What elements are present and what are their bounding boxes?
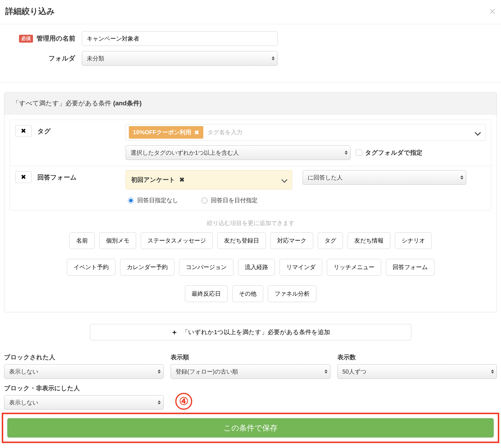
filter-item-pill[interactable]: 友だち情報 bbox=[348, 232, 390, 249]
cond-label-tag: タグ bbox=[37, 125, 51, 136]
tag-placeholder: タグ名を入力 bbox=[207, 128, 242, 136]
tag-mode-value: 選択したタグのいずれか1つ以上を含む人 bbox=[131, 149, 239, 157]
tag-folder-checkbox[interactable]: タグフォルダで指定 bbox=[356, 149, 422, 157]
folder-select[interactable]: 未分類 bbox=[82, 51, 278, 66]
close-icon: ✖ bbox=[21, 173, 26, 181]
close-icon[interactable]: × bbox=[489, 6, 496, 17]
radio-no-date[interactable]: 回答日指定なし bbox=[128, 196, 178, 204]
filter-item-pill[interactable]: コンバージョン bbox=[179, 259, 233, 276]
checkbox-icon bbox=[356, 149, 362, 156]
filter-item-pill[interactable]: ステータスメッセージ bbox=[141, 232, 213, 249]
tag-folder-label: タグフォルダで指定 bbox=[365, 149, 422, 157]
filter-item-pill[interactable]: タグ bbox=[318, 232, 343, 249]
filter-item-pill[interactable]: ファネル分析 bbox=[268, 285, 316, 302]
survey-name: 初回アンケート bbox=[131, 176, 175, 184]
filter-item-pill[interactable]: リマインダ bbox=[280, 259, 322, 276]
and-condition-card: 「すべて満たす」必要がある条件 (and条件) ✖ タグ 10%OFFクーポン利… bbox=[4, 92, 497, 312]
radio-input[interactable] bbox=[128, 198, 134, 203]
tag-input-bar[interactable]: 10%OFFクーポン利用 ✖ タグ名を入力 bbox=[126, 124, 486, 141]
and-card-header: 「すべて満たす」必要がある条件 (and条件) bbox=[4, 93, 497, 114]
filter-item-pill[interactable]: シナリオ bbox=[395, 232, 432, 249]
sort-select[interactable]: 登録(フォロー)の古い順 bbox=[171, 364, 330, 379]
cond-label-form: 回答フォーム bbox=[37, 171, 77, 182]
plus-icon: ＋ bbox=[171, 327, 178, 337]
filter-item-pill[interactable]: 名前 bbox=[70, 232, 95, 249]
blocked-select[interactable]: 表示しない bbox=[4, 364, 164, 379]
save-button[interactable]: この条件で保存 bbox=[7, 418, 494, 437]
filter-item-pill[interactable]: 最終反応日 bbox=[185, 285, 228, 302]
tag-chip-label: 10%OFFクーポン利用 bbox=[133, 128, 191, 136]
radio-input[interactable] bbox=[202, 198, 207, 203]
survey-select[interactable]: 初回アンケート ✖ bbox=[126, 170, 292, 189]
hidden-select[interactable]: 表示しない bbox=[4, 395, 164, 410]
radio-label-b: 回答日を日付指定 bbox=[211, 196, 258, 204]
filter-item-pill[interactable]: 流入経路 bbox=[238, 259, 275, 276]
tag-mode-select[interactable]: 選択したタグのいずれか1つ以上を含む人 bbox=[126, 145, 351, 160]
count-value: 50人ずつ bbox=[342, 368, 366, 376]
hidden-label: ブロック・非表示にした人 bbox=[4, 384, 164, 392]
remove-tag-icon[interactable]: ✖ bbox=[194, 129, 199, 136]
more-hint: 絞り込む項目を更に追加できます bbox=[4, 216, 497, 232]
count-select[interactable]: 50人ずつ bbox=[337, 364, 497, 379]
chevron-down-icon[interactable] bbox=[475, 130, 480, 135]
close-icon: ✖ bbox=[21, 127, 26, 135]
hidden-value: 表示しない bbox=[9, 399, 38, 407]
sort-value: 登録(フォロー)の古い順 bbox=[176, 368, 238, 376]
blocked-value: 表示しない bbox=[9, 368, 38, 376]
filter-item-pill[interactable]: 回答フォーム bbox=[386, 259, 434, 276]
add-or-condition-button[interactable]: ＋ 「いずれか1つ以上を満たす」必要がある条件を追加 bbox=[90, 324, 411, 340]
filter-item-pill[interactable]: その他 bbox=[232, 285, 263, 302]
and-header-suffix: (and条件) bbox=[113, 100, 142, 107]
add-or-label: 「いずれか1つ以上を満たす」必要がある条件を追加 bbox=[182, 328, 330, 336]
folder-label: フォルダ bbox=[48, 54, 75, 63]
tag-chip[interactable]: 10%OFFクーポン利用 ✖ bbox=[129, 126, 203, 139]
filter-item-pill[interactable]: 対応マーク bbox=[271, 232, 313, 249]
step-4-badge: ④ bbox=[175, 393, 192, 410]
and-header-prefix: 「すべて満たす」必要がある条件 bbox=[13, 100, 113, 107]
response-mode-select[interactable]: に回答した人 bbox=[303, 170, 466, 185]
filter-item-pill[interactable]: リッチメニュー bbox=[327, 259, 381, 276]
save-highlight-frame: この条件で保存 bbox=[2, 413, 499, 443]
filter-item-pill[interactable]: 個別メモ bbox=[99, 232, 136, 249]
modal-title: 詳細絞り込み bbox=[5, 6, 55, 17]
filter-item-pill[interactable]: イベント予約 bbox=[67, 259, 115, 276]
delete-tag-cond-button[interactable]: ✖ bbox=[15, 125, 32, 137]
count-label: 表示数 bbox=[337, 353, 497, 361]
response-mode-value: に回答した人 bbox=[308, 174, 343, 182]
name-input[interactable] bbox=[82, 31, 278, 46]
required-badge: 必須 bbox=[19, 35, 33, 43]
chevron-down-icon bbox=[282, 178, 287, 182]
radio-specify-date[interactable]: 回答日を日付指定 bbox=[202, 196, 258, 204]
filter-item-pill[interactable]: カレンダー予約 bbox=[120, 259, 174, 276]
remove-survey-icon[interactable]: ✖ bbox=[179, 176, 185, 183]
delete-form-cond-button[interactable]: ✖ bbox=[15, 171, 32, 183]
name-label: 管理用の名前 bbox=[37, 34, 75, 43]
filter-item-pill[interactable]: 友だち登録日 bbox=[217, 232, 266, 249]
folder-select-value: 未分類 bbox=[87, 55, 104, 62]
radio-label-a: 回答日指定なし bbox=[137, 196, 178, 204]
sort-label: 表示順 bbox=[171, 353, 330, 361]
blocked-label: ブロックされた人 bbox=[4, 353, 164, 361]
